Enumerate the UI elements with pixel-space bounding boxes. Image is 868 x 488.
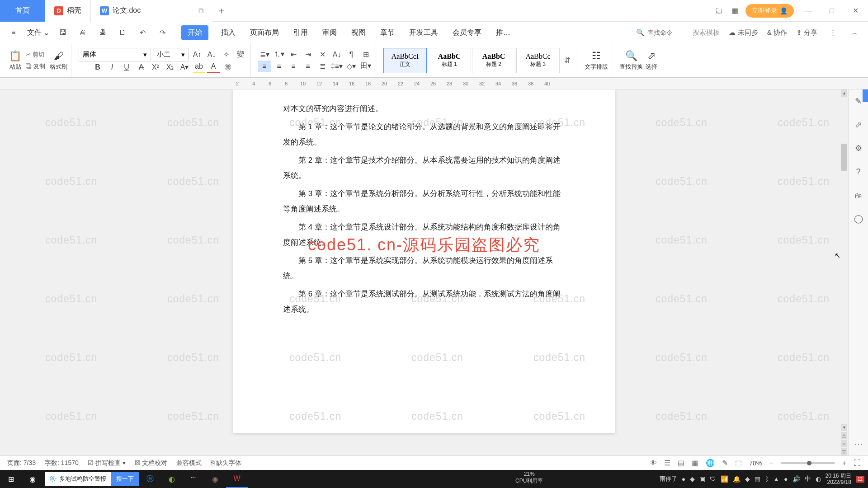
find-replace-button[interactable]: 🔍 查找替换 (619, 50, 643, 71)
ruler[interactable]: 2 4 6 8 10 12 14 16 18 20 22 24 26 28 30… (0, 78, 868, 89)
zoom-out-button[interactable]: − (769, 459, 773, 467)
tab-unpin-icon[interactable]: ⧉ (198, 7, 203, 15)
wifi-icon[interactable]: 📶 (721, 475, 728, 483)
tab-add-button[interactable]: ＋ (212, 5, 231, 17)
increase-indent-button[interactable]: ⇥ (302, 49, 314, 61)
subscript-button[interactable]: X₂ (164, 61, 176, 73)
vertical-scrollbar[interactable]: ▴ ▾ △ ○ ▽ (840, 89, 848, 455)
app1-button[interactable]: ◉ (204, 470, 226, 488)
borders-button[interactable]: 田▾ (359, 61, 372, 72)
tabs-button[interactable]: ⊞ (359, 49, 372, 61)
text-layout-button[interactable]: ☷ 文字排版 (585, 50, 608, 71)
eye-icon[interactable]: 👁 (650, 459, 657, 467)
scroll-up-button[interactable]: ▴ (841, 89, 847, 97)
scroll-down-button[interactable]: ▾ (841, 424, 847, 431)
zoom-slider[interactable] (781, 462, 835, 464)
tray-icon[interactable]: ▣ (699, 475, 705, 483)
zoom-knob[interactable] (807, 461, 811, 465)
tab-insert[interactable]: 插入 (219, 25, 237, 40)
weather-widget[interactable]: 雨停了 (660, 475, 677, 483)
hamburger-icon[interactable]: ≡ (7, 26, 20, 39)
minimize-button[interactable]: — (799, 2, 817, 20)
scroll-thumb[interactable] (841, 144, 847, 171)
login-button[interactable]: 立即登录 👤 (745, 4, 794, 18)
styles-more-button[interactable]: ⇵ (561, 55, 573, 66)
decrease-indent-button[interactable]: ⇤ (287, 49, 300, 61)
bold-button[interactable]: B (91, 61, 104, 73)
select-button[interactable]: ⬀ 选择 (646, 50, 657, 71)
clear-format-button[interactable]: ✧ (220, 49, 232, 61)
number-list-button[interactable]: ⒈▾ (273, 49, 285, 61)
phonetic-button[interactable]: 變 (234, 49, 247, 61)
zoom-in-button[interactable]: + (842, 459, 846, 467)
tab-devtools[interactable]: 开发工具 (407, 25, 440, 40)
strikethrough-button[interactable]: A̶ (135, 61, 147, 73)
pointer-icon[interactable]: ⬀ (852, 118, 865, 131)
action-center-icon[interactable]: 12 (856, 476, 864, 483)
missing-font[interactable]: ⎘ 缺失字体 (211, 459, 241, 467)
font-size-select[interactable]: 小二▾ (153, 48, 189, 61)
settings-icon[interactable]: ⋮ (826, 26, 839, 39)
help-icon[interactable]: ? (852, 165, 865, 178)
ime-icon[interactable]: 中 (805, 475, 811, 483)
notification-icon[interactable]: 🔔 (733, 475, 741, 483)
taskbar-search-button[interactable]: 搜一下 (111, 472, 139, 486)
cpu-widget[interactable]: 21% CPU利用率 (515, 471, 543, 485)
tab-view[interactable]: 视图 (349, 25, 368, 40)
taskbar-search[interactable]: ⓔ 多地试鸣防空警报 (45, 472, 111, 486)
align-left-button[interactable]: ≡ (258, 61, 271, 72)
print-preview-icon[interactable]: 🗋 (116, 26, 129, 39)
bullet-list-button[interactable]: ≣▾ (258, 49, 271, 61)
grow-font-button[interactable]: A↑ (191, 49, 203, 61)
doc-proof-button[interactable]: ☒ 文档校对 (135, 459, 168, 467)
outline-view-icon[interactable]: ▤ (678, 459, 684, 467)
zoom-level[interactable]: 70% (749, 460, 762, 467)
style-heading2[interactable]: AaBbC 标题 2 (472, 48, 515, 73)
align-center-button[interactable]: ≡ (273, 61, 285, 72)
tab-references[interactable]: 引用 (292, 25, 310, 40)
more-tools-icon[interactable]: ⋯ (852, 437, 865, 450)
superscript-button[interactable]: X² (149, 61, 162, 73)
next-page-button[interactable]: ▽ (841, 448, 847, 455)
style-heading1[interactable]: AaBbC 标题 1 (428, 48, 471, 73)
tray-icon[interactable]: ▲ (773, 475, 779, 483)
bulb-icon[interactable]: ◯ (852, 212, 865, 225)
spell-check-toggle[interactable]: ☑ 拼写检查 ▾ (88, 459, 126, 467)
close-button[interactable]: ✕ (846, 2, 864, 20)
underline-button[interactable]: U (120, 61, 133, 73)
copy-button[interactable]: ⿻复制 (24, 61, 47, 71)
translate-icon[interactable]: 🗛 (852, 189, 865, 202)
page-view-icon[interactable]: ☰ (664, 459, 670, 467)
command-search[interactable]: 🔍 (636, 28, 684, 37)
tab-review[interactable]: 审阅 (321, 25, 339, 40)
print-icon[interactable]: 🖶 (96, 26, 109, 39)
web-view-icon[interactable]: ▦ (692, 459, 698, 467)
copilot-button[interactable]: ◉ (22, 470, 43, 488)
tray-icon[interactable]: ● (784, 475, 788, 483)
align-justify-button[interactable]: ≡ (302, 61, 314, 72)
shading-button[interactable]: ◇▾ (345, 61, 358, 72)
fullscreen-icon[interactable]: ⛶ (854, 459, 861, 467)
export-icon[interactable]: 🖨 (76, 26, 89, 39)
asian-layout-button[interactable]: ✕ (316, 49, 329, 61)
explorer-button[interactable]: 🗀 (183, 470, 204, 488)
share-button[interactable]: ⇪ 分享 (796, 28, 817, 37)
align-right-button[interactable]: ≡ (287, 61, 300, 72)
tab-more[interactable]: 推… (494, 25, 512, 40)
tray-icon[interactable]: ◆ (690, 475, 695, 483)
tray-icon[interactable]: ◆ (745, 475, 750, 483)
tab-start[interactable]: 开始 (181, 25, 208, 40)
tray-icon[interactable]: 🛡 (710, 475, 716, 483)
edit-view-icon[interactable]: ✎ (722, 459, 728, 467)
font-name-select[interactable]: 黑体▾ (79, 48, 151, 61)
page-indicator[interactable]: 页面: 7/33 (7, 459, 36, 467)
style-normal[interactable]: AaBbCcI 正文 (383, 48, 427, 73)
save-icon[interactable]: 🖫 (57, 26, 69, 39)
format-painter-button[interactable]: 🖌 格式刷 (50, 50, 67, 71)
tray-icon[interactable]: ▦ (755, 475, 760, 483)
ie-taskbar-button[interactable]: ⓔ (139, 470, 161, 488)
template-search[interactable]: 搜索模板 (693, 28, 720, 37)
tab-document[interactable]: W 论文.doc ⧉ (91, 0, 212, 22)
tab-member[interactable]: 会员专享 (451, 25, 483, 40)
side-panel-grip[interactable] (863, 89, 868, 102)
